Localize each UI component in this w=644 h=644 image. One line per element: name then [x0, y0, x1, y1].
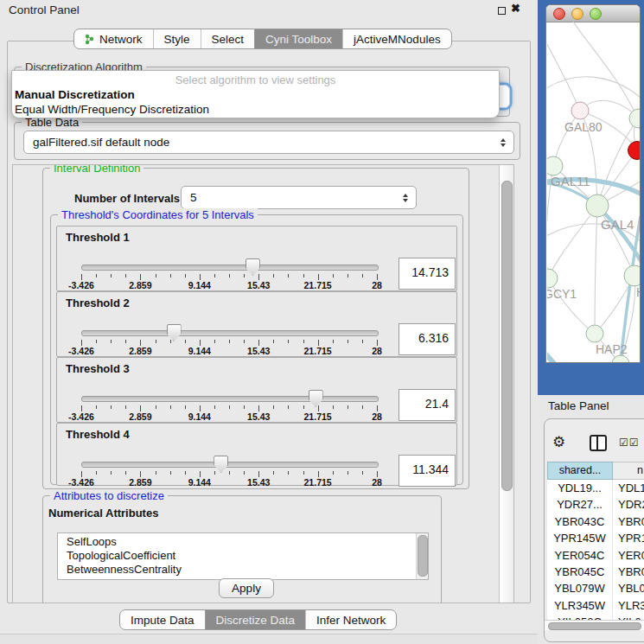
- tick-mark: [362, 471, 363, 475]
- slider-track[interactable]: [81, 396, 379, 402]
- tick-mark: [156, 274, 156, 277]
- panel-footer: [0, 634, 538, 644]
- node-gcy1[interactable]: [547, 269, 558, 288]
- table-row[interactable]: YLR345WYLR3: [547, 597, 644, 614]
- dropdown-option-equal-width[interactable]: Equal Width/Frequency Discretization: [12, 102, 499, 117]
- table-row[interactable]: YBL079WYBL0: [547, 580, 644, 596]
- threshold-value-field[interactable]: 6.316: [399, 323, 456, 355]
- shared-name-cell[interactable]: YBR045C: [547, 564, 613, 580]
- tab-infer-network[interactable]: Infer Network: [305, 610, 396, 629]
- name-cell[interactable]: YBR0: [613, 513, 644, 530]
- node-gal4[interactable]: [586, 194, 609, 217]
- close-icon[interactable]: ✖: [511, 2, 520, 15]
- shared-name-cell[interactable]: YBR043C: [547, 513, 613, 530]
- column-header-name[interactable]: n: [613, 462, 644, 480]
- tick-mark: [362, 274, 363, 277]
- name-cell[interactable]: YBL0: [613, 580, 644, 596]
- shared-name-cell[interactable]: YDR27...: [547, 496, 613, 513]
- slider-handle[interactable]: [245, 258, 260, 276]
- tab-jactivemnodules[interactable]: jActiveMNodules: [342, 29, 451, 48]
- num-intervals-combobox[interactable]: 5: [181, 186, 417, 209]
- shared-name-cell[interactable]: YPR145W: [547, 530, 613, 546]
- tick-mark: [111, 405, 112, 409]
- node-selected-red[interactable]: [628, 142, 641, 160]
- tick-mark: [140, 340, 141, 346]
- table-data-combobox[interactable]: galFiltered.sif default node: [23, 131, 514, 154]
- minimize-traffic-light[interactable]: [571, 8, 583, 20]
- slider-handle[interactable]: [167, 324, 182, 341]
- tab-network[interactable]: Network: [74, 29, 153, 48]
- table-hscrollbar[interactable]: [545, 620, 644, 630]
- threshold-value-field[interactable]: 21.4: [399, 389, 456, 421]
- zoom-traffic-light[interactable]: [590, 8, 602, 20]
- tick-label: 15.43: [247, 346, 270, 356]
- tick-mark: [244, 405, 245, 409]
- network-canvas[interactable]: GAL80 G C GAL11 GAL4 GCY1 H HAP2: [547, 22, 641, 363]
- interval-definition-group: Interval Definition Number of Intervals …: [42, 168, 469, 489]
- name-cell[interactable]: YBR0: [613, 564, 644, 580]
- name-cell[interactable]: YIL0: [613, 614, 644, 620]
- column-header-shared-name[interactable]: shared...: [547, 462, 613, 480]
- tab-select[interactable]: Select: [201, 29, 255, 48]
- node-h[interactable]: [624, 265, 641, 286]
- select-columns-icons[interactable]: ☑☑: [619, 437, 640, 449]
- attributes-scrollbar[interactable]: [416, 533, 428, 579]
- name-cell[interactable]: YDR2: [613, 496, 644, 513]
- threshold-value-field[interactable]: 14.713: [399, 258, 456, 290]
- name-cell[interactable]: YER0: [613, 547, 644, 564]
- tick-mark: [244, 274, 245, 277]
- shared-name-cell[interactable]: YLR345W: [547, 597, 613, 614]
- tab-cyni-toolbox[interactable]: Cyni Toolbox: [254, 29, 342, 48]
- label-g: G: [639, 121, 641, 135]
- tab-impute-data[interactable]: Impute Data: [120, 610, 205, 629]
- attribute-item[interactable]: BetweennessCentrality: [58, 563, 428, 577]
- vscrollbar-thumb[interactable]: [501, 181, 513, 491]
- tick-mark: [348, 340, 348, 343]
- network-window-titlebar[interactable]: [546, 5, 640, 22]
- name-cell[interactable]: YDL1: [613, 480, 644, 496]
- table-row[interactable]: YER054CYER0: [547, 547, 644, 564]
- gear-icon[interactable]: ⚙: [552, 433, 565, 451]
- tab-style[interactable]: Style: [153, 29, 201, 48]
- tick-mark: [170, 340, 171, 343]
- table-hscrollbar-thumb[interactable]: [548, 622, 641, 630]
- tick-mark: [303, 274, 304, 277]
- close-traffic-light[interactable]: [553, 8, 565, 20]
- table-row[interactable]: YBR043CYBR0: [547, 513, 644, 530]
- cyni-mode-tabs: Impute Data Discretize Data Infer Networ…: [119, 609, 397, 630]
- shared-name-cell[interactable]: YDL19...: [547, 480, 613, 496]
- node-hap2[interactable]: [586, 325, 603, 342]
- column-layout-icon[interactable]: [590, 435, 607, 451]
- apply-button[interactable]: Apply: [219, 578, 274, 598]
- slider-handle[interactable]: [214, 456, 228, 473]
- name-cell[interactable]: YPR1: [613, 530, 644, 546]
- table-row[interactable]: YDL19...YDL1: [547, 480, 644, 496]
- node-gal11[interactable]: [547, 156, 563, 175]
- slider-track[interactable]: [81, 462, 379, 468]
- tick-label: -3.426: [68, 477, 94, 488]
- table-row[interactable]: YBR045CYBR0: [547, 564, 644, 580]
- slider-track[interactable]: [81, 330, 379, 336]
- settings-vscrollbar[interactable]: [499, 165, 513, 603]
- table-row[interactable]: YPR145WYPR1: [547, 530, 644, 546]
- shared-name-cell[interactable]: YER054C: [547, 547, 613, 564]
- dropdown-hint: Select algorithm to view settings: [12, 73, 499, 87]
- tick-label: 9.144: [188, 477, 211, 488]
- node-gal80[interactable]: [571, 102, 589, 119]
- slider-handle[interactable]: [309, 390, 323, 407]
- float-window-icon[interactable]: [498, 7, 506, 15]
- table-row[interactable]: YDR27...YDR2: [547, 496, 644, 513]
- table-row[interactable]: YIL052CYIL0: [547, 614, 644, 620]
- attributes-scrollbar-thumb[interactable]: [418, 535, 428, 577]
- attribute-item[interactable]: TopologicalCoefficient: [58, 549, 428, 563]
- name-cell[interactable]: YLR3: [613, 597, 644, 614]
- tab-discretize-data[interactable]: Discretize Data: [205, 610, 306, 629]
- attribute-item[interactable]: SelfLoops: [58, 535, 428, 549]
- tick-mark: [229, 274, 230, 277]
- threshold-value-field[interactable]: 11.344: [399, 455, 456, 487]
- tick-mark: [156, 340, 156, 343]
- slider-track[interactable]: [81, 265, 379, 271]
- dropdown-option-manual[interactable]: Manual Discretization: [12, 87, 499, 102]
- shared-name-cell[interactable]: YBL079W: [547, 580, 613, 596]
- shared-name-cell[interactable]: YIL052C: [547, 614, 613, 620]
